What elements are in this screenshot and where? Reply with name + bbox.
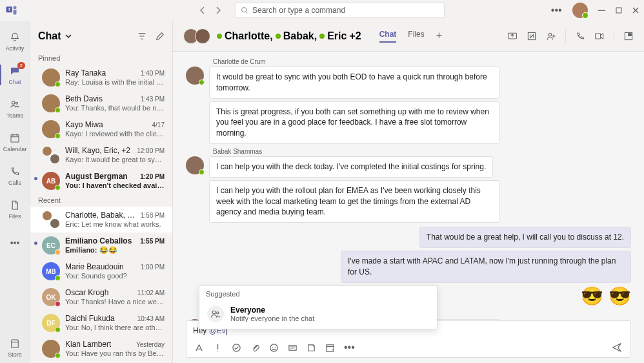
conversation-pane: Charlotte, Babak, Eric +2 Chat Files + (173, 21, 644, 363)
avatar (186, 67, 204, 85)
teams-icon (8, 98, 21, 111)
suggest-everyone[interactable]: Everyone Notify everyone in the chat (199, 302, 437, 329)
participant-avatars (183, 28, 210, 44)
chat-time: 1:58 PM (141, 212, 165, 219)
chat-row[interactable]: OKOscar Krogh11:02 AMYou: Thanks! Have a… (30, 284, 172, 310)
chat-time: 12:00 PM (137, 147, 165, 154)
send-icon[interactable] (611, 342, 623, 353)
pop-out-icon[interactable] (623, 31, 634, 41)
svg-rect-8 (12, 342, 19, 347)
chat-preview: You: Sounds good? (65, 272, 165, 280)
onenote-icon[interactable] (527, 31, 537, 41)
chat-name: Emiliano Ceballos (65, 236, 132, 245)
chat-preview: You: Thanks! Have a nice weekend (65, 298, 165, 306)
format-icon[interactable] (194, 343, 204, 353)
video-call-icon[interactable] (594, 31, 605, 41)
avatar (42, 146, 60, 164)
chat-row[interactable]: DFDaichi Fukuda10:43 AMYou: No, I think … (30, 310, 172, 336)
chat-row[interactable]: Kayo Miwa4/17Kayo: I reviewed with the c… (30, 116, 172, 142)
chat-row[interactable]: Kian LambertYesterdayYou: Have you ran t… (30, 336, 172, 362)
chat-name: Will, Kayo, Eric, +2 (65, 146, 130, 155)
avatar: EC (42, 236, 60, 254)
message-bubble: I can help you with the rollout plan for… (209, 180, 499, 223)
tab-chat[interactable]: Chat (379, 30, 397, 43)
share-screen-icon[interactable] (507, 31, 518, 41)
svg-point-16 (217, 312, 219, 314)
audio-call-icon[interactable] (575, 31, 585, 41)
more-icon[interactable]: ••• (551, 5, 562, 16)
user-avatar[interactable] (572, 3, 588, 18)
chat-row[interactable]: Beth Davis1:43 PMYou: Thanks, that would… (30, 90, 172, 116)
approval-icon[interactable] (232, 343, 241, 353)
teams-logo-icon: T (5, 4, 18, 17)
chat-name: August Bergman (65, 172, 128, 181)
priority-icon[interactable] (213, 343, 223, 353)
chat-row[interactable]: ECEmiliano Ceballos1:55 PMEmiliano: 😂😂 (30, 233, 172, 258)
chat-row[interactable]: Ray Tanaka1:40 PMRay: Louisa is with the… (30, 65, 172, 90)
avatar (42, 340, 60, 358)
emoji-icon[interactable] (269, 343, 279, 353)
nav-back-icon[interactable] (199, 6, 206, 14)
avatar (42, 68, 60, 87)
svg-text:GIF: GIF (290, 346, 296, 349)
titlebar: T Search or type a command ••• ─ (0, 0, 644, 21)
chat-time: 11:02 AM (137, 289, 165, 296)
svg-point-15 (212, 311, 216, 314)
rail-more[interactable]: ••• (0, 227, 30, 258)
rail-teams[interactable]: Teams (0, 93, 30, 124)
svg-text:+: + (332, 347, 334, 351)
chat-time: 1:43 PM (141, 96, 165, 103)
avatar (42, 120, 60, 138)
chat-row[interactable]: Charlotte, Babak, Eric, +21:58 PMEric: L… (30, 207, 172, 233)
chat-preview: Eric: Let me know what works. (65, 220, 165, 228)
search-input[interactable]: Search or type a command (235, 3, 445, 18)
avatar: AB (42, 172, 60, 190)
chat-row[interactable]: Will, Kayo, Eric, +212:00 PMKayo: It wou… (30, 142, 172, 168)
avatar (186, 156, 204, 174)
chat-time: 4/17 (152, 121, 165, 129)
tab-files[interactable]: Files (408, 30, 424, 43)
rail-chat[interactable]: 2 Chat (0, 59, 30, 90)
window-maximize-icon[interactable] (616, 7, 622, 14)
svg-point-6 (16, 102, 18, 104)
rail-calls[interactable]: Calls (0, 160, 30, 191)
add-people-icon[interactable] (546, 31, 556, 41)
add-tab-icon[interactable]: + (436, 30, 442, 43)
sender-name: Charlotte de Crum (213, 58, 631, 65)
new-chat-icon[interactable] (156, 32, 165, 41)
search-icon (241, 6, 248, 14)
svg-rect-14 (628, 33, 632, 36)
mention-suggest-popup: Suggested Everyone Notify everyone in th… (199, 285, 438, 329)
people-icon (207, 306, 224, 322)
chat-row[interactable]: MBMarie Beaudouin1:00 PMYou: Sounds good… (30, 258, 172, 284)
section-recent: Recent (30, 194, 172, 207)
rail-calendar[interactable]: Calendar (0, 127, 30, 158)
schedule-icon[interactable]: + (325, 343, 335, 353)
message-bubble: I can help you with the deck today. I've… (209, 156, 493, 178)
rail-files[interactable]: Files (0, 194, 30, 225)
chatlist-title: Chat (38, 30, 61, 42)
window-minimize-icon[interactable]: ─ (598, 5, 605, 16)
rail-label: Files (8, 213, 21, 220)
avatar (42, 211, 60, 229)
more-icon[interactable]: ••• (344, 342, 355, 353)
svg-point-1 (14, 6, 17, 9)
chat-name: Ray Tanaka (65, 68, 106, 78)
rail-activity[interactable]: Activity (0, 26, 30, 57)
chat-icon: 2 (8, 65, 21, 78)
nav-forward-icon[interactable] (214, 6, 222, 14)
gif-icon[interactable]: GIF (288, 343, 297, 353)
rail-label: Calendar (3, 146, 27, 152)
search-placeholder: Search or type a command (252, 6, 345, 15)
attach-icon[interactable] (250, 343, 260, 353)
sticker-icon[interactable] (307, 343, 316, 353)
app-rail: Activity 2 Chat Teams Calendar Calls Fil… (0, 21, 30, 363)
filter-icon[interactable] (137, 32, 146, 41)
window-close-icon[interactable] (632, 7, 639, 14)
calendar-icon (8, 132, 21, 145)
chat-row[interactable]: ABAugust Bergman1:20 PMYou: I haven't ch… (30, 168, 172, 194)
rail-store[interactable]: Store (0, 332, 30, 363)
chat-name: Beth Davis (65, 94, 103, 103)
chevron-down-icon[interactable] (65, 33, 72, 39)
sender-name: Babak Shammas (213, 148, 631, 155)
